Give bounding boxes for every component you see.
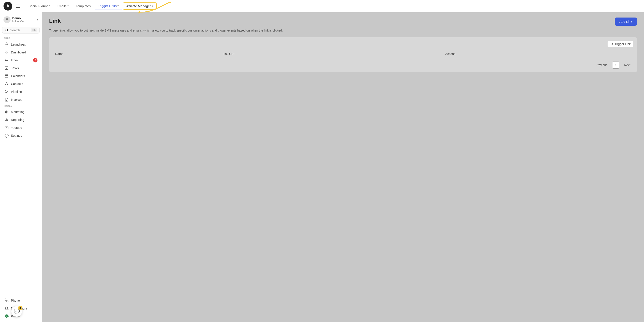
svg-rect-10 (5, 75, 8, 78)
next-button[interactable]: Next (621, 62, 634, 68)
account-avatar (4, 16, 10, 23)
sidebar-item-youtube[interactable]: Youtube (1, 124, 41, 132)
nav-emails[interactable]: Emails ▾ (54, 3, 72, 9)
launchpad-label: Launchpad (11, 43, 26, 46)
svg-point-2 (6, 29, 8, 31)
col-link-url: Link URL (220, 50, 443, 58)
bell-icon (4, 306, 9, 310)
tools-section-label: Tools (0, 104, 42, 108)
page-description: Trigger links allow you to put links ins… (49, 28, 637, 33)
settings-label: Settings (11, 134, 22, 137)
sidebar-item-launchpad[interactable]: Launchpad (1, 40, 41, 48)
previous-button[interactable]: Previous (592, 62, 610, 68)
app-body: Demo Irvine, CA ▾ Search ⌘K Apps Launchp… (0, 12, 644, 322)
hamburger-menu[interactable] (16, 4, 20, 8)
sidebar-item-tasks[interactable]: Tasks (1, 64, 41, 72)
settings-icon (4, 134, 9, 138)
account-location: Irvine, CA (12, 20, 35, 23)
app-logo: A (4, 2, 12, 10)
svg-line-28 (612, 45, 613, 45)
apps-section-label: Apps (0, 36, 42, 40)
page-title: Link (49, 18, 61, 24)
phone-icon (4, 298, 9, 303)
sidebar-item-inbox[interactable]: Inbox 0 (1, 56, 41, 64)
col-name: Name (52, 50, 220, 58)
sidebar-item-settings[interactable]: Settings (1, 132, 41, 140)
trigger-link-search[interactable]: Trigger Link (608, 41, 634, 47)
dashboard-label: Dashboard (11, 50, 26, 54)
youtube-icon (4, 126, 9, 130)
main-content: Link Add Link Trigger links allow you to… (42, 12, 644, 322)
account-name: Demo (12, 16, 35, 20)
sidebar-item-invoices[interactable]: Invoices (1, 96, 41, 104)
search-label: Search (10, 28, 29, 32)
youtube-label: Youtube (11, 126, 22, 130)
svg-point-14 (6, 82, 7, 84)
affiliate-manager-chevron-icon: ▾ (152, 4, 153, 8)
chat-badge: 3 (18, 306, 22, 310)
search-table-icon (610, 42, 613, 46)
user-circle-icon (4, 314, 9, 318)
page-number: 1 (612, 62, 619, 68)
calendars-label: Calendars (11, 74, 25, 78)
sidebar-item-dashboard[interactable]: Dashboard (1, 48, 41, 56)
table-toolbar: Trigger Link (52, 41, 634, 47)
marketing-label: Marketing (11, 110, 24, 114)
svg-point-24 (6, 135, 7, 136)
svg-point-26 (6, 315, 7, 316)
sidebar-item-reporting[interactable]: Reporting (1, 116, 41, 124)
rocket-icon (4, 42, 9, 47)
user-icon (4, 82, 9, 86)
chat-widget[interactable]: 💬 3 (12, 306, 22, 317)
inbox-label: Inbox (11, 58, 18, 62)
svg-rect-8 (7, 53, 8, 54)
nav-social-planner[interactable]: Social Planner (26, 3, 53, 9)
megaphone-icon (4, 110, 9, 114)
inbox-icon (4, 58, 9, 62)
sidebar-item-calendars[interactable]: Calendars (1, 72, 41, 80)
account-switcher[interactable]: Demo Irvine, CA ▾ (0, 14, 42, 27)
svg-line-3 (8, 31, 8, 32)
table-header: Name Link URL Actions (52, 50, 634, 58)
nav-links: Social Planner Emails ▾ Templates Trigge… (26, 2, 640, 10)
sidebar-item-marketing[interactable]: Marketing (1, 108, 41, 116)
check-square-icon (4, 66, 9, 70)
search-bar[interactable]: Search ⌘K (2, 27, 40, 34)
account-chevron-icon: ▾ (37, 18, 38, 21)
svg-rect-5 (5, 51, 6, 52)
svg-marker-23 (6, 128, 8, 128)
grid-icon (4, 50, 9, 54)
svg-marker-18 (5, 111, 6, 113)
nav-templates[interactable]: Templates (73, 3, 94, 9)
reporting-label: Reporting (11, 118, 24, 122)
svg-point-4 (6, 44, 7, 45)
nav-affiliate-manager[interactable]: Affiliate Manager ▾ (123, 2, 156, 10)
emails-chevron-icon: ▾ (68, 4, 69, 8)
inbox-badge: 0 (33, 58, 38, 62)
sidebar-item-contacts[interactable]: Contacts (1, 80, 41, 88)
bar-chart-icon (4, 118, 9, 122)
svg-point-1 (6, 18, 8, 20)
svg-marker-15 (5, 90, 8, 93)
trigger-link-search-label: Trigger Link (615, 42, 631, 46)
add-link-button[interactable]: Add Link (615, 18, 637, 26)
sidebar: Demo Irvine, CA ▾ Search ⌘K Apps Launchp… (0, 12, 42, 322)
top-nav: A Social Planner Emails ▾ Templates Trig… (0, 0, 644, 12)
svg-rect-7 (5, 53, 6, 54)
links-table: Name Link URL Actions (52, 50, 634, 58)
trigger-links-chevron-icon: ▾ (118, 4, 119, 7)
col-actions: Actions (443, 50, 634, 58)
svg-point-27 (611, 43, 612, 45)
invoices-label: Invoices (11, 98, 22, 102)
table-footer: Previous 1 Next (52, 62, 634, 68)
table-container: Trigger Link Name Link URL Actions Previ… (49, 37, 637, 72)
pipeline-icon (4, 90, 9, 94)
page-header: Link Add Link (49, 18, 637, 26)
svg-rect-6 (7, 51, 8, 52)
nav-trigger-links[interactable]: Trigger Links ▾ (95, 3, 122, 10)
sidebar-item-pipeline[interactable]: Pipeline (1, 88, 41, 96)
contacts-label: Contacts (11, 82, 23, 86)
sidebar-item-phone[interactable]: Phone (1, 296, 41, 304)
calendar-icon (4, 74, 9, 78)
file-text-icon (4, 98, 9, 102)
